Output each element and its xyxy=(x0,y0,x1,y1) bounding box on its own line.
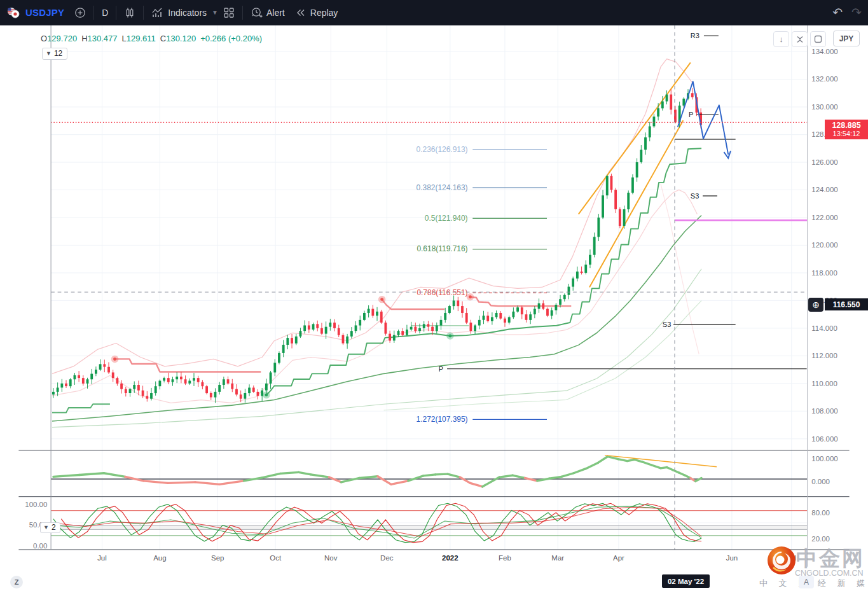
layout-grid-icon[interactable] xyxy=(218,4,240,22)
compare-add-icon[interactable] xyxy=(69,4,91,22)
last-price-badge: 128.885 13:54:12 xyxy=(825,120,868,139)
band-upper-pink xyxy=(52,59,694,374)
bar-count-value: 12 xyxy=(54,49,62,58)
alert-button[interactable]: Alert xyxy=(245,4,290,22)
supertrend-red-1 xyxy=(115,359,261,372)
time-axis[interactable]: JulAugSepOctNovDec2022FebMarAprJunJul xyxy=(97,554,796,562)
redo-icon[interactable]: ↷ xyxy=(851,5,862,20)
timezone-button[interactable]: Z xyxy=(10,576,23,588)
stoch-slow-green xyxy=(53,506,701,538)
replay-label: Replay xyxy=(310,8,338,18)
plus-circle-icon: ⊕ xyxy=(812,300,820,310)
ma-green-pale1 xyxy=(52,269,701,428)
bar-countdown: 13:54:12 xyxy=(833,130,860,138)
currency-unit-button[interactable]: JPY xyxy=(833,31,860,46)
chart-canvas[interactable]: 0.236(126.913)0.382(124.163)0.5(121.940)… xyxy=(0,25,868,591)
top-toolbar: USDJPY D Indicators ▼ xyxy=(0,0,868,25)
time-axis-label: Nov xyxy=(324,554,338,562)
time-axis-label: 2022 xyxy=(442,554,458,562)
price-axis-label: 108.000 xyxy=(811,407,837,415)
bar-count-button[interactable]: ▼ 12 xyxy=(42,48,67,60)
pane2-badge-value: 2 xyxy=(52,523,56,532)
fib-label: 1.272(107.395) xyxy=(417,415,468,424)
pivot-levels[interactable]: R3PS3S3P xyxy=(439,32,807,372)
fib-label: 0.382(124.163) xyxy=(417,183,468,192)
pane2-axis-label: 20.00 xyxy=(811,535,830,543)
toolbar-separator xyxy=(242,6,243,20)
crosshair-date-value: 02 May '22 xyxy=(668,578,704,585)
time-axis-label: Feb xyxy=(499,554,511,562)
crosshair-price-value: 116.550 xyxy=(833,300,860,309)
pivot-label: P xyxy=(689,111,693,118)
last-price-value: 128.885 xyxy=(832,121,860,130)
crosshair-date-badge: 02 May '22 xyxy=(662,574,710,588)
indicator-overlays xyxy=(52,59,701,428)
price-axis-label: 126.000 xyxy=(811,158,837,166)
timezone-label: Z xyxy=(15,578,19,586)
pane1-momentum xyxy=(51,455,807,487)
pivot-label: P xyxy=(439,365,443,373)
toolbar-separator xyxy=(93,6,94,20)
signal-dot xyxy=(446,332,453,339)
symbol-pair-icon xyxy=(6,6,20,20)
adjust-scale-button[interactable]: A xyxy=(799,576,814,588)
pane2-collapse-button[interactable]: ▼ 2 xyxy=(40,522,60,533)
low-value: 129.611 xyxy=(127,34,156,43)
pane2-left-axis-label: 100.00 xyxy=(25,501,47,508)
frame-icon xyxy=(814,35,822,43)
high-value: 130.477 xyxy=(88,34,118,43)
time-axis-label: Apr xyxy=(613,554,624,562)
price-projection-drawing[interactable] xyxy=(678,81,731,158)
down-arrow-icon: ↓ xyxy=(779,34,783,44)
time-axis-label: Aug xyxy=(153,554,166,562)
price-axis-label: 130.000 xyxy=(811,103,837,111)
fib-label: 0.786(116.551) xyxy=(417,288,467,297)
time-axis-label: Dec xyxy=(380,554,394,562)
pivot-label: R3 xyxy=(691,32,699,39)
stoch-slow-red xyxy=(53,507,701,536)
adjust-scale-label: A xyxy=(804,578,809,587)
fib-label: 0.618(119.716) xyxy=(417,244,467,253)
maximize-pane-button[interactable] xyxy=(810,31,826,47)
crosshair-price-badge: 116.550 xyxy=(825,298,868,310)
interval-button[interactable]: D xyxy=(97,4,113,22)
collapse-pane-button[interactable] xyxy=(792,31,808,47)
indicators-button[interactable]: Indicators xyxy=(146,4,212,22)
replay-button[interactable]: Replay xyxy=(290,4,343,22)
signal-dot xyxy=(378,296,385,303)
pane2-left-axis-label: 0.00 xyxy=(33,542,47,550)
undo-icon[interactable]: ↶ xyxy=(832,5,843,20)
chevron-down-icon: ▼ xyxy=(43,524,49,531)
time-axis-label: Jul xyxy=(97,554,107,562)
pane2-axis-label: 80.00 xyxy=(811,509,830,517)
price-axis-label: 114.000 xyxy=(811,324,837,332)
signal-dot xyxy=(111,356,118,363)
fibonacci-levels[interactable]: 0.236(126.913)0.382(124.163)0.5(121.940)… xyxy=(417,145,547,424)
price-axis-label: 118.000 xyxy=(811,269,837,277)
price-axis-label: 134.000 xyxy=(811,48,837,55)
pane1-axis-label: 0.000 xyxy=(811,478,830,485)
pivot-label: S3 xyxy=(663,321,671,328)
open-value: 129.720 xyxy=(47,34,77,43)
ohlc-legend: O129.720 H130.477 L129.611 C130.120 +0.2… xyxy=(41,34,262,43)
price-axis-label: 132.000 xyxy=(811,75,837,83)
collapse-icon xyxy=(796,36,804,43)
chevron-down-icon[interactable]: ▼ xyxy=(212,9,218,16)
open-label: O xyxy=(41,34,47,43)
scroll-to-recent-button[interactable]: ↓ xyxy=(773,31,789,47)
symbol-button[interactable]: USDJPY xyxy=(20,4,69,22)
price-axis-label: 112.000 xyxy=(811,352,837,359)
close-label: C xyxy=(160,34,166,43)
chart-style-icon[interactable] xyxy=(119,4,141,22)
price-axis-label: 120.000 xyxy=(811,241,837,249)
chevron-down-icon: ▼ xyxy=(46,50,52,57)
toolbar-separator xyxy=(116,6,116,20)
price-axis-label: 124.000 xyxy=(811,186,837,193)
replay-icon xyxy=(295,7,307,18)
price-axis-label: 106.000 xyxy=(811,435,837,443)
indicators-label: Indicators xyxy=(168,8,207,18)
price-axis-label: 122.000 xyxy=(811,214,837,221)
band-dive-pink xyxy=(661,184,699,354)
time-axis-label: Jul xyxy=(787,554,796,562)
add-order-button[interactable]: ⊕ xyxy=(808,298,823,312)
